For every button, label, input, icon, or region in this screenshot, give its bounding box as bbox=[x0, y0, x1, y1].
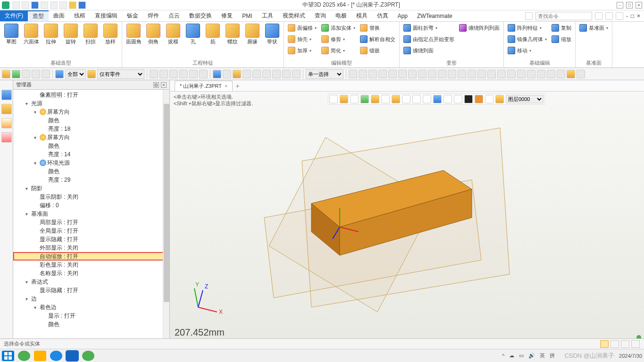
tray-ime1[interactable]: 英 bbox=[540, 352, 545, 359]
tb-g6-icon[interactable] bbox=[199, 70, 208, 78]
tree-row[interactable]: 颜色 bbox=[13, 116, 169, 125]
tb-s18-icon[interactable] bbox=[517, 70, 526, 78]
viewport[interactable]: * 山涧果子.Z3PRT × + <单击右键>环境相关选项. <Shift +鼠… bbox=[170, 80, 644, 338]
tree-row[interactable]: ▾屏幕方向 bbox=[13, 108, 169, 116]
tree-row[interactable]: 局部显示 : 打开 bbox=[13, 218, 169, 227]
taskbar-explorer-icon[interactable] bbox=[34, 351, 46, 361]
tree-row[interactable]: 偏移 : 0 bbox=[13, 201, 169, 210]
cmd-wrap[interactable]: 缠绕到面 bbox=[401, 45, 456, 56]
cmd-cylbend[interactable]: 圆柱折弯▾ bbox=[401, 23, 456, 33]
tb-v7-icon[interactable] bbox=[272, 70, 281, 78]
panel-close-icon[interactable]: × bbox=[161, 82, 167, 88]
menu-tab[interactable]: 修复 bbox=[217, 10, 237, 21]
tb-s2-icon[interactable] bbox=[359, 70, 367, 78]
tb-s20-icon[interactable] bbox=[537, 70, 545, 78]
tb-g5-icon[interactable] bbox=[189, 70, 198, 78]
cmd-lip[interactable]: 唇缘 bbox=[243, 23, 262, 45]
taskbar-browser1-icon[interactable] bbox=[18, 351, 30, 361]
tb-s24-icon[interactable] bbox=[577, 70, 585, 78]
filter-select[interactable]: 全部 bbox=[65, 69, 86, 79]
tray-ime2[interactable]: 拼 bbox=[550, 352, 555, 359]
tb-s9-icon[interactable] bbox=[428, 70, 436, 78]
tb-s21-icon[interactable] bbox=[547, 70, 555, 78]
cmd-scale[interactable]: 缩放 bbox=[550, 34, 573, 44]
layer-select[interactable]: 图层0000 bbox=[506, 95, 544, 103]
tb-minus-icon[interactable] bbox=[22, 70, 30, 78]
tree-row[interactable]: 外部显示 : 关闭 bbox=[13, 244, 169, 252]
menu-tab[interactable]: 电极 bbox=[331, 10, 351, 21]
cmd-pattern[interactable]: 阵列特征▾ bbox=[506, 23, 549, 33]
sb-mode4-icon[interactable] bbox=[631, 340, 640, 348]
tb-s22-icon[interactable] bbox=[557, 70, 565, 78]
cmd-move[interactable]: 移动▾ bbox=[506, 45, 549, 56]
tb-g3-icon[interactable] bbox=[169, 70, 178, 78]
taskbar-edge-icon[interactable] bbox=[50, 351, 62, 361]
vtb-12-icon[interactable] bbox=[443, 95, 452, 103]
tb-v4-icon[interactable] bbox=[243, 70, 251, 78]
tb-s8-icon[interactable] bbox=[418, 70, 427, 78]
vtb-13-icon[interactable] bbox=[454, 95, 462, 103]
cmd-faceoffset[interactable]: 面偏移▾ bbox=[286, 23, 318, 33]
vtb-16-icon[interactable] bbox=[485, 95, 493, 103]
tb-v3-icon[interactable] bbox=[233, 70, 241, 78]
menu-tab[interactable]: 模具 bbox=[351, 10, 372, 21]
tb-s11-icon[interactable] bbox=[448, 70, 456, 78]
cmd-replace[interactable]: 替换 bbox=[358, 23, 397, 33]
vtb-9-icon[interactable] bbox=[412, 95, 421, 103]
tb-g2-icon[interactable] bbox=[159, 70, 168, 78]
tb-s6-icon[interactable] bbox=[398, 70, 407, 78]
tree-row[interactable]: ▾边 bbox=[13, 295, 169, 303]
qat-play-icon[interactable] bbox=[78, 1, 86, 9]
tb-v6-icon[interactable] bbox=[262, 70, 271, 78]
menu-tab[interactable]: 焊件 bbox=[143, 10, 164, 21]
tab-close-icon[interactable]: × bbox=[225, 83, 227, 89]
panel-tab-4[interactable] bbox=[1, 132, 12, 143]
vtb-14-icon[interactable] bbox=[464, 95, 473, 103]
sb-mode3-icon[interactable] bbox=[621, 340, 629, 348]
menu-tab[interactable]: PMI bbox=[237, 10, 257, 21]
qat-open-icon[interactable] bbox=[22, 1, 29, 9]
tb-s10-icon[interactable] bbox=[438, 70, 446, 78]
tree-row[interactable]: ▾表达式 bbox=[13, 278, 169, 286]
scene-3d[interactable]: X Y Z 207.452mm bbox=[170, 109, 644, 338]
menu-file[interactable]: 文件(F) bbox=[0, 10, 28, 21]
tray-volume-icon[interactable]: 🔊 bbox=[528, 353, 535, 359]
vtb-7-icon[interactable] bbox=[392, 95, 400, 103]
cmd-rib[interactable]: 筋 bbox=[203, 23, 222, 45]
tree-row[interactable]: 颜色 bbox=[13, 167, 169, 176]
cmd-draft[interactable]: 拔模 bbox=[164, 23, 183, 45]
cmd-box[interactable]: 六面体 bbox=[22, 23, 41, 45]
sb-mode2-icon[interactable] bbox=[611, 340, 619, 348]
panel-tab-1[interactable] bbox=[1, 90, 12, 100]
selectmode-select[interactable]: 单一选择 bbox=[306, 69, 343, 79]
tree-row[interactable]: 颜色 bbox=[13, 320, 169, 328]
cmd-thicken[interactable]: 加厚▾ bbox=[286, 45, 318, 56]
cmd-chamfer[interactable]: 倒角 bbox=[144, 23, 163, 45]
gear-icon[interactable] bbox=[605, 12, 613, 20]
tray-cloud-icon[interactable]: ☁ bbox=[509, 353, 514, 359]
tree-row[interactable]: ▾环境光源 bbox=[13, 159, 169, 167]
tree-row[interactable]: 名称显示 : 关闭 bbox=[13, 269, 169, 278]
property-tree[interactable]: 像素照明 : 打开▾光源▾屏幕方向颜色亮度 : 18▾屏幕方向颜色亮度 : 14… bbox=[13, 90, 169, 329]
sb-mode1-icon[interactable] bbox=[600, 340, 609, 348]
panel-tab-2[interactable] bbox=[1, 104, 12, 114]
close-button[interactable]: × bbox=[636, 2, 642, 8]
taskbar-zw3d-icon[interactable] bbox=[66, 351, 78, 361]
tree-row[interactable]: 显示 : 打开 bbox=[13, 311, 169, 320]
minimize-button[interactable]: - bbox=[617, 2, 623, 8]
menu-tab[interactable]: 线框 bbox=[69, 10, 90, 21]
tree-row[interactable]: 显示阴影 : 关闭 bbox=[13, 193, 169, 201]
vtb-1-icon[interactable] bbox=[329, 95, 338, 103]
cmd-fillet[interactable]: 面圆角 bbox=[124, 23, 143, 45]
tb-s15-icon[interactable] bbox=[487, 70, 496, 78]
cmd-inlay[interactable]: 镶嵌 bbox=[358, 45, 397, 56]
tb-s14-icon[interactable] bbox=[477, 70, 486, 78]
tb-s5-icon[interactable] bbox=[388, 70, 397, 78]
tb-s3-icon[interactable] bbox=[368, 70, 377, 78]
qat-redo-icon[interactable] bbox=[59, 1, 67, 9]
tb-v2-icon[interactable] bbox=[223, 70, 231, 78]
tree-row[interactable]: ▾基准面 bbox=[13, 210, 169, 218]
tb-s13-icon[interactable] bbox=[468, 70, 476, 78]
cmd-thread[interactable]: 螺纹 bbox=[223, 23, 242, 45]
cmd-trim[interactable]: 修剪▾ bbox=[319, 34, 357, 44]
